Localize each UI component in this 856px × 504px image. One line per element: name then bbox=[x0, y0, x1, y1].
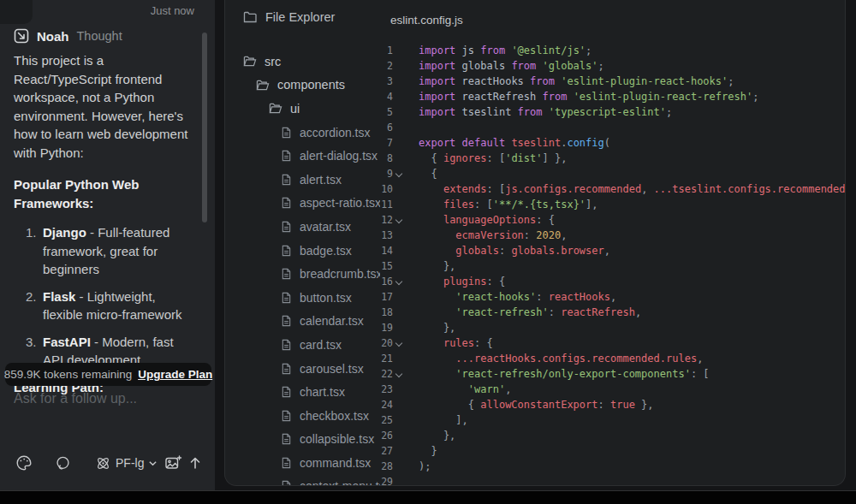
code-line[interactable]: 8 { ignores: ['dist'] }, bbox=[369, 151, 840, 166]
fold-chevron-icon[interactable] bbox=[393, 181, 405, 197]
line-number: 4 bbox=[369, 89, 393, 104]
fold-chevron-icon[interactable] bbox=[393, 58, 405, 74]
code-line[interactable]: 3 import reactHooks from 'eslint-plugin-… bbox=[369, 74, 840, 89]
fold-chevron-icon[interactable] bbox=[393, 474, 405, 486]
code-line[interactable]: 18 'react-refresh': reactRefresh, bbox=[369, 305, 840, 320]
line-number: 3 bbox=[369, 74, 393, 89]
line-number: 28 bbox=[369, 459, 393, 474]
code-line[interactable]: 14 globals: globals.browser, bbox=[369, 243, 840, 258]
fold-chevron-icon[interactable] bbox=[393, 243, 405, 258]
code-line[interactable]: 22 'react-refresh/only-export-components… bbox=[369, 366, 840, 382]
code-line[interactable]: 28 ); bbox=[369, 459, 840, 474]
fold-chevron-icon[interactable] bbox=[393, 274, 405, 289]
editor-card: File Explorer eslint.config.js src compo… bbox=[224, 0, 846, 486]
code-line[interactable]: 13 ecmaVersion: 2020, bbox=[369, 228, 840, 243]
file-icon bbox=[281, 457, 292, 469]
line-number: 17 bbox=[369, 289, 393, 305]
line-number: 8 bbox=[369, 151, 393, 166]
file-icon bbox=[281, 197, 292, 209]
line-number: 13 bbox=[369, 228, 393, 243]
taskbar-strip bbox=[0, 490, 856, 504]
upgrade-plan-link[interactable]: Upgrade Plan bbox=[138, 368, 212, 381]
fold-chevron-icon[interactable] bbox=[393, 228, 405, 243]
fold-chevron-icon[interactable] bbox=[393, 397, 405, 412]
fold-chevron-icon[interactable] bbox=[393, 320, 405, 335]
line-number: 16 bbox=[369, 274, 393, 289]
fold-chevron-icon[interactable] bbox=[393, 366, 405, 382]
fold-chevron-icon[interactable] bbox=[393, 43, 405, 58]
code-line[interactable]: 20 rules: { bbox=[369, 335, 840, 351]
framework-list: 1. Django - Full-featured framework, gre… bbox=[14, 223, 196, 370]
code-line[interactable]: 12 languageOptions: { bbox=[369, 212, 840, 228]
code-line[interactable]: 6 bbox=[369, 120, 840, 135]
followup-input[interactable] bbox=[12, 390, 199, 407]
code-line[interactable]: 26 }, bbox=[369, 428, 840, 443]
file-icon bbox=[281, 268, 292, 280]
fold-chevron-icon[interactable] bbox=[393, 135, 405, 151]
folder-icon bbox=[243, 10, 258, 24]
fold-chevron-icon[interactable] bbox=[393, 412, 405, 428]
frameworks-heading: Popular Python Web Frameworks: bbox=[14, 175, 196, 212]
fold-chevron-icon[interactable] bbox=[393, 120, 405, 135]
fold-chevron-icon[interactable] bbox=[393, 104, 405, 120]
code-line[interactable]: 1 import js from '@eslint/js'; bbox=[369, 43, 840, 58]
code-line[interactable]: 17 'react-hooks': reactHooks, bbox=[369, 289, 840, 305]
fold-chevron-icon[interactable] bbox=[393, 212, 405, 228]
fold-chevron-icon[interactable] bbox=[393, 382, 405, 397]
line-number: 20 bbox=[369, 335, 393, 351]
code-line[interactable]: 27 } bbox=[369, 443, 840, 459]
framework-list-item: 2. Flask - Lightweight, flexible micro-f… bbox=[14, 288, 196, 324]
fold-chevron-icon[interactable] bbox=[393, 197, 405, 212]
tab-eslint-config[interactable]: eslint.config.js bbox=[390, 14, 463, 27]
code-line[interactable]: 16 plugins: { bbox=[369, 274, 840, 289]
message-paragraph: This project is a React/TypeScript front… bbox=[14, 51, 196, 162]
open-folder-icon bbox=[269, 102, 282, 115]
file-explorer-title: File Explorer bbox=[265, 10, 335, 24]
code-editor[interactable]: 1 import js from '@eslint/js'; 2 import … bbox=[369, 43, 840, 486]
send-button[interactable] bbox=[187, 455, 203, 471]
file-icon bbox=[281, 386, 292, 398]
code-line[interactable]: 25 ], bbox=[369, 412, 840, 428]
arrow-up-icon bbox=[187, 455, 203, 471]
code-line[interactable]: 7 export default tseslint.config( bbox=[369, 135, 840, 151]
file-icon bbox=[281, 127, 292, 139]
code-line[interactable]: 19 }, bbox=[369, 320, 840, 335]
code-line[interactable]: 24 { allowConstantExport: true }, bbox=[369, 397, 840, 412]
thought-badge[interactable]: Thought bbox=[77, 29, 122, 43]
code-line[interactable]: 11 files: ['**/*.{ts,tsx}'], bbox=[369, 197, 840, 212]
fold-chevron-icon[interactable] bbox=[393, 258, 405, 274]
palette-icon[interactable] bbox=[15, 454, 33, 471]
code-line[interactable]: 15 }, bbox=[369, 258, 840, 274]
line-number: 18 bbox=[369, 305, 393, 320]
fold-chevron-icon[interactable] bbox=[393, 74, 405, 89]
code-line[interactable]: 29 bbox=[369, 474, 840, 486]
line-number: 10 bbox=[369, 181, 393, 197]
code-line[interactable]: 10 extends: [js.configs.recommended, ...… bbox=[369, 181, 840, 197]
model-selector[interactable]: PF-lg bbox=[95, 455, 158, 471]
line-number: 23 bbox=[369, 382, 393, 397]
globe-icon[interactable] bbox=[55, 455, 71, 471]
fold-chevron-icon[interactable] bbox=[393, 151, 405, 166]
code-line[interactable]: 4 import reactRefresh from 'eslint-plugi… bbox=[369, 89, 840, 104]
fold-chevron-icon[interactable] bbox=[393, 459, 405, 474]
fold-chevron-icon[interactable] bbox=[393, 89, 405, 104]
code-line[interactable]: 2 import globals from 'globals'; bbox=[369, 58, 840, 74]
fold-chevron-icon[interactable] bbox=[393, 443, 405, 459]
code-line[interactable]: 23 'warn', bbox=[369, 382, 840, 397]
line-number: 15 bbox=[369, 258, 393, 274]
fold-chevron-icon[interactable] bbox=[393, 428, 405, 443]
message-timestamp: Just now bbox=[151, 4, 194, 17]
fold-chevron-icon[interactable] bbox=[393, 305, 405, 320]
code-line[interactable]: 5 import tseslint from 'typescript-eslin… bbox=[369, 104, 840, 120]
fold-chevron-icon[interactable] bbox=[393, 335, 405, 351]
code-line[interactable]: 9 { bbox=[369, 166, 840, 181]
fold-chevron-icon[interactable] bbox=[393, 166, 405, 181]
chat-scrollbar[interactable] bbox=[202, 33, 207, 222]
code-line[interactable]: 21 ...reactHooks.configs.recommended.rul… bbox=[369, 351, 840, 366]
fold-chevron-icon[interactable] bbox=[393, 289, 405, 305]
file-icon bbox=[281, 339, 292, 351]
file-icon bbox=[281, 433, 292, 445]
fold-chevron-icon[interactable] bbox=[393, 351, 405, 366]
image-add-icon[interactable] bbox=[164, 454, 182, 471]
file-icon bbox=[281, 315, 292, 327]
